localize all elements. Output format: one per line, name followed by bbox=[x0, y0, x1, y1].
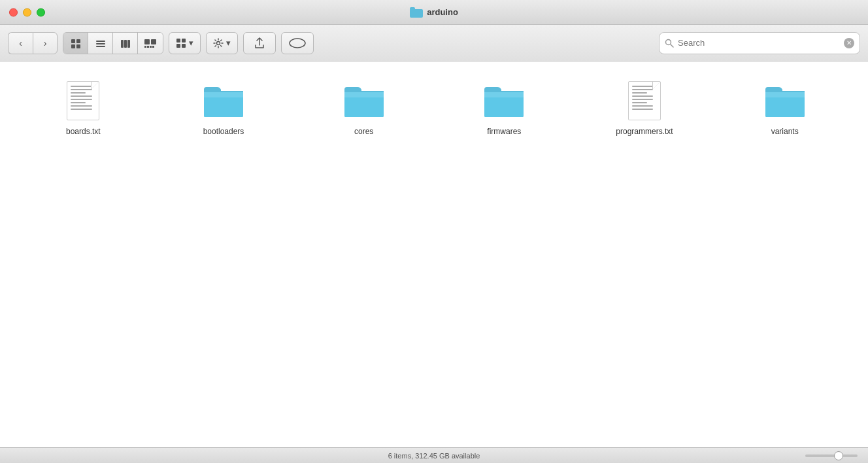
group-button[interactable]: ▾ bbox=[169, 32, 201, 54]
file-name: variants bbox=[771, 127, 799, 136]
action-dropdown-arrow-icon: ▾ bbox=[226, 38, 231, 48]
svg-rect-8 bbox=[96, 46, 105, 47]
view-button-group bbox=[63, 32, 163, 54]
zoom-slider-thumb[interactable] bbox=[834, 451, 843, 460]
svg-rect-17 bbox=[152, 46, 154, 48]
close-button[interactable] bbox=[9, 8, 18, 16]
svg-rect-7 bbox=[96, 43, 105, 44]
tag-button[interactable] bbox=[281, 32, 314, 54]
group-icon bbox=[176, 38, 186, 48]
file-name: firmwares bbox=[487, 127, 521, 136]
doc-line-7 bbox=[71, 105, 92, 107]
document-icon bbox=[62, 80, 104, 122]
doc-line-6 bbox=[71, 102, 86, 103]
svg-rect-16 bbox=[150, 46, 152, 48]
folder-svg bbox=[343, 83, 385, 118]
document-icon bbox=[624, 80, 665, 122]
doc-line-6 bbox=[632, 102, 647, 103]
svg-rect-13 bbox=[151, 39, 156, 44]
search-clear-button[interactable]: ✕ bbox=[844, 38, 854, 48]
file-name: cores bbox=[354, 127, 373, 136]
svg-rect-12 bbox=[144, 39, 150, 44]
svg-rect-14 bbox=[144, 46, 146, 48]
folder-icon bbox=[343, 80, 385, 122]
column-view-button[interactable] bbox=[113, 33, 138, 54]
file-name: boards.txt bbox=[66, 127, 101, 136]
icon-view-icon bbox=[71, 39, 81, 49]
share-icon bbox=[254, 37, 265, 49]
tag-icon bbox=[288, 37, 307, 49]
svg-point-23 bbox=[290, 39, 305, 48]
action-button[interactable]: ▾ bbox=[206, 32, 238, 54]
folder-title-icon bbox=[410, 7, 423, 18]
zoom-slider-track bbox=[805, 454, 858, 457]
maximize-button[interactable] bbox=[37, 8, 45, 16]
status-bar: 6 items, 312.45 GB available bbox=[0, 447, 868, 463]
share-button[interactable] bbox=[243, 32, 276, 54]
file-grid: boards.txt bootloaders bbox=[20, 75, 848, 141]
svg-rect-10 bbox=[124, 40, 127, 48]
file-item[interactable]: programmers.txt bbox=[581, 75, 709, 141]
icon-view-button[interactable] bbox=[63, 33, 88, 54]
doc-line-3 bbox=[632, 92, 647, 94]
file-item[interactable]: variants bbox=[721, 75, 848, 141]
dropdown-arrow-icon: ▾ bbox=[189, 38, 193, 48]
folder-icon bbox=[203, 80, 244, 122]
list-view-icon bbox=[95, 39, 106, 49]
svg-rect-15 bbox=[147, 46, 149, 48]
doc-line-7 bbox=[632, 105, 653, 107]
svg-rect-21 bbox=[182, 44, 186, 48]
doc-line-1 bbox=[71, 86, 92, 87]
back-icon: ‹ bbox=[19, 38, 22, 48]
file-item[interactable]: firmwares bbox=[441, 75, 568, 141]
file-name: bootloaders bbox=[203, 127, 244, 136]
doc-line-8 bbox=[632, 109, 653, 110]
list-view-button[interactable] bbox=[88, 33, 113, 54]
nav-button-group: ‹ › bbox=[8, 32, 58, 54]
svg-point-22 bbox=[217, 41, 220, 44]
doc-line-4 bbox=[632, 95, 653, 97]
file-item[interactable]: bootloaders bbox=[160, 75, 288, 141]
gallery-view-button[interactable] bbox=[138, 33, 163, 54]
gear-icon bbox=[213, 38, 224, 48]
zoom-slider-container bbox=[805, 454, 858, 457]
svg-rect-19 bbox=[182, 39, 186, 43]
folder-icon bbox=[483, 80, 525, 122]
window-title-group: arduino bbox=[410, 7, 458, 18]
column-view-icon bbox=[120, 39, 131, 49]
doc-line-2 bbox=[632, 89, 653, 90]
file-item[interactable]: boards.txt bbox=[20, 75, 147, 141]
doc-line-8 bbox=[71, 109, 92, 110]
doc-icon-inner bbox=[628, 81, 661, 120]
folder-svg bbox=[764, 83, 806, 118]
svg-rect-3 bbox=[76, 39, 80, 43]
search-input[interactable] bbox=[678, 38, 840, 48]
svg-rect-2 bbox=[71, 39, 75, 43]
folder-svg bbox=[483, 83, 525, 118]
folder-icon bbox=[764, 80, 806, 122]
svg-line-25 bbox=[671, 44, 673, 47]
forward-icon: › bbox=[44, 38, 47, 48]
search-icon bbox=[665, 39, 674, 48]
minimize-button[interactable] bbox=[23, 8, 31, 16]
folder-svg bbox=[203, 83, 244, 118]
svg-rect-11 bbox=[127, 40, 130, 48]
back-button[interactable]: ‹ bbox=[8, 32, 33, 54]
svg-rect-1 bbox=[410, 7, 415, 10]
svg-rect-9 bbox=[121, 40, 124, 48]
doc-line-5 bbox=[632, 99, 653, 100]
status-text: 6 items, 312.45 GB available bbox=[388, 452, 480, 460]
window-title: arduino bbox=[427, 7, 458, 17]
main-content: boards.txt bootloaders bbox=[0, 61, 868, 447]
search-bar: ✕ bbox=[659, 32, 860, 54]
svg-rect-5 bbox=[76, 44, 80, 48]
doc-line-2 bbox=[71, 89, 92, 90]
forward-button[interactable]: › bbox=[33, 32, 58, 54]
svg-rect-6 bbox=[96, 41, 105, 42]
gallery-view-icon bbox=[144, 39, 157, 49]
svg-rect-18 bbox=[176, 39, 180, 43]
file-item[interactable]: cores bbox=[300, 75, 427, 141]
svg-rect-4 bbox=[71, 44, 75, 48]
traffic-lights bbox=[9, 8, 45, 16]
doc-line-1 bbox=[632, 86, 653, 87]
